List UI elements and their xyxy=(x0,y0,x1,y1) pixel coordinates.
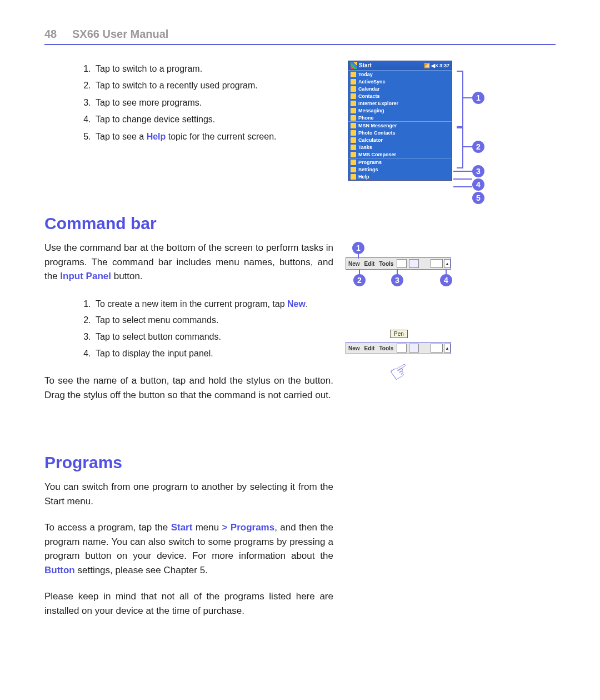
page-number: 48 xyxy=(44,28,72,41)
list-item: Tap to switch to a recently used program… xyxy=(93,77,333,94)
app-icon xyxy=(351,101,356,106)
text: . xyxy=(306,299,308,309)
programs-para-2: To access a program, tap the Start menu … xyxy=(44,520,333,577)
start-menu-item-label: Calculator xyxy=(358,137,383,143)
input-panel-arrow-icon: ▴ xyxy=(444,259,451,268)
start-menu-item-label: MMS Composer xyxy=(358,152,396,157)
callout-line xyxy=(358,254,359,259)
keyboard-icon xyxy=(431,259,443,268)
app-icon xyxy=(351,174,356,180)
callout-line xyxy=(453,178,472,180)
text: settings, please see Chapter 5. xyxy=(75,565,208,575)
callout-3: 3 xyxy=(472,165,484,177)
command-bar-figure: 1 New Edit Tools ▴ 2 3 xyxy=(346,257,556,270)
text: button. xyxy=(111,271,143,281)
text: menu xyxy=(192,522,222,533)
command-bar-intro: Use the command bar at the bottom of the… xyxy=(44,241,333,284)
callout-1: 1 xyxy=(472,92,484,104)
app-icon xyxy=(351,160,356,165)
command-bar-list: To create a new item in the current prog… xyxy=(78,296,333,361)
menu-edit: Edit xyxy=(362,261,377,267)
start-menu-item-label: Help xyxy=(358,174,369,180)
pointing-hand-icon: ☞ xyxy=(385,355,415,388)
command-bar: New Edit Tools ▴ xyxy=(346,257,451,270)
heading-programs: Programs xyxy=(44,453,556,472)
start-menu-item-label: Programs xyxy=(358,160,382,165)
callout-line xyxy=(462,146,472,147)
menu-edit: Edit xyxy=(362,345,377,351)
app-icon xyxy=(351,93,356,99)
text: topic for the current screen. xyxy=(166,132,276,141)
app-icon xyxy=(351,108,356,113)
start-menu-item: Calendar xyxy=(348,85,452,92)
input-panel-arrow-icon: ▴ xyxy=(444,344,451,353)
app-icon xyxy=(351,137,356,143)
app-icon xyxy=(351,167,356,172)
list-item: Tap to display the input panel. xyxy=(93,345,333,362)
manual-title: SX66 User Manual xyxy=(72,28,168,41)
pen-button-icon xyxy=(409,259,419,268)
text: To access a program, tap the xyxy=(44,522,171,533)
toolbar-button-icon xyxy=(397,344,407,353)
list-item: Tap to select button commands. xyxy=(93,329,333,345)
start-menu-item: Calculator xyxy=(348,136,452,143)
menu-new: New xyxy=(346,345,362,351)
menu-new: New xyxy=(346,261,362,267)
start-menu-item: MMS Composer xyxy=(348,151,452,158)
app-icon xyxy=(351,130,356,136)
start-menu-item: Help xyxy=(348,173,452,180)
callout-line xyxy=(453,171,472,172)
command-bar-tip: To see the name of a button, tap and hol… xyxy=(44,374,333,402)
toolbar-button-icon xyxy=(397,259,407,268)
start-menu-item-label: Today xyxy=(358,72,373,77)
command-bar-tooltip-figure: Pen New Edit Tools ▴ ☞ xyxy=(346,342,556,354)
navbar-instruction-list: Tap to switch to a program. Tap to switc… xyxy=(78,61,333,145)
text: To create a new item in the current prog… xyxy=(96,299,287,309)
app-icon xyxy=(351,115,356,121)
keyword-input-panel: Input Panel xyxy=(60,271,111,281)
tooltip-pen: Pen xyxy=(390,330,408,338)
text: Tap to see a xyxy=(96,132,147,141)
programs-para-1: You can switch from one program to anoth… xyxy=(44,480,333,508)
pen-button-icon xyxy=(409,344,419,353)
page-header: 48 SX66 User Manual xyxy=(44,28,556,45)
start-menu-item-label: Internet Explorer xyxy=(358,101,398,106)
callout-3: 3 xyxy=(391,274,403,286)
start-label: Start xyxy=(359,62,372,68)
keyword-start: Start xyxy=(171,522,193,533)
start-menu-item: Phone xyxy=(348,114,452,121)
keyboard-icon xyxy=(431,344,443,353)
list-item: Tap to switch to a program. xyxy=(93,61,333,77)
start-menu-item: ActiveSync xyxy=(348,78,452,85)
start-menu-titlebar: Start 📶 ◀× 3:37 xyxy=(348,61,452,70)
app-icon xyxy=(351,79,356,85)
app-icon xyxy=(351,123,356,128)
list-item: Tap to see a Help topic for the current … xyxy=(93,128,333,145)
start-menu-figure: Start 📶 ◀× 3:37 TodayActiveSyncCalendarC… xyxy=(348,61,452,181)
list-item: To create a new item in the current prog… xyxy=(93,296,333,312)
keyword-button: Button xyxy=(44,565,75,575)
callout-line xyxy=(462,97,472,98)
start-menu-item: Today xyxy=(348,71,452,78)
start-menu-item: MSN Messenger xyxy=(348,122,452,129)
keyword-help: Help xyxy=(147,132,166,141)
keyword-new: New xyxy=(287,299,306,309)
callout-5: 5 xyxy=(472,192,484,204)
start-menu-item: Tasks xyxy=(348,143,452,151)
start-menu-item: Programs xyxy=(348,158,452,166)
list-item: Tap to change device settings. xyxy=(93,111,333,128)
callout-line xyxy=(453,186,472,187)
start-menu-item: Internet Explorer xyxy=(348,100,452,107)
list-item: Tap to select menu commands. xyxy=(93,312,333,329)
keyword-programs-path: > Programs xyxy=(222,522,275,533)
start-menu-item: Messaging xyxy=(348,107,452,114)
start-menu-item-label: Photo Contacts xyxy=(358,130,396,136)
menu-tools: Tools xyxy=(377,261,396,267)
windows-flag-icon xyxy=(351,62,357,69)
app-icon xyxy=(351,86,356,92)
callout-2: 2 xyxy=(353,274,366,286)
app-icon xyxy=(351,145,356,150)
callout-4: 4 xyxy=(472,178,484,191)
app-icon xyxy=(351,152,356,157)
menu-tools: Tools xyxy=(377,345,396,351)
